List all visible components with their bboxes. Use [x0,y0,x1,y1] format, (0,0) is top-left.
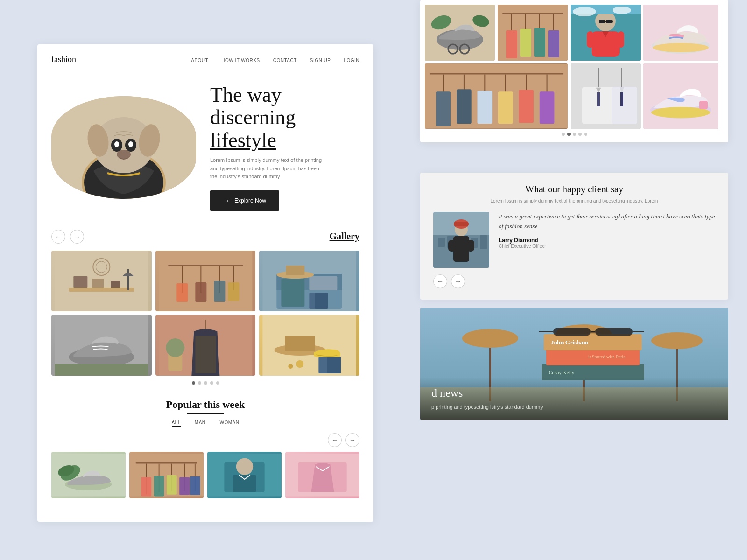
nav-contact[interactable]: CONTACT [273,58,297,63]
svg-rect-97 [618,31,624,48]
news-title: d news [431,387,717,399]
svg-rect-140 [448,240,456,252]
svg-point-146 [462,329,518,348]
svg-text:Cushy Kelly: Cushy Kelly [549,370,575,375]
svg-rect-124 [597,92,600,106]
popular-nav: ← → [51,433,359,447]
nav-about[interactable]: ABOUT [191,58,208,63]
popular-item-3 [207,452,282,498]
svg-rect-49 [285,336,315,351]
testimonial-body: It was a great experience to get their s… [433,212,715,268]
popular-section: Popular this week ALL MAN WOMAN ← → [37,385,374,503]
popular-title-underline [187,413,224,414]
svg-rect-114 [478,91,493,124]
explore-label: Explore Now [234,197,266,204]
testimonial-nav: ← → [433,274,715,288]
svg-rect-112 [457,89,472,124]
nav-login[interactable]: LOGIN [344,58,359,63]
grid-item-4 [643,5,718,61]
gallery-dot-3[interactable] [204,381,207,385]
arrow-icon: → [223,197,230,204]
tab-all[interactable]: ALL [172,420,181,427]
gallery-prev-button[interactable]: ← [51,230,65,244]
nav-signup[interactable]: SIGN UP [310,58,331,63]
gallery-item-2 [155,251,256,311]
popular-prev-button[interactable]: ← [328,433,342,447]
svg-rect-141 [467,240,474,252]
svg-rect-19 [159,251,252,311]
gallery-item-1 [51,251,152,311]
svg-rect-84 [502,13,563,14]
testimonial-prev-button[interactable]: ← [433,274,447,288]
top-image-grid [425,5,724,129]
svg-rect-156 [595,328,633,336]
svg-rect-126 [612,87,637,124]
grid-item-2 [498,5,568,61]
explore-button[interactable]: → Explore Now [210,190,279,211]
svg-rect-61 [141,477,151,496]
svg-rect-28 [228,282,239,301]
popular-grid [51,452,359,498]
grid-dot-1[interactable] [562,133,565,136]
svg-rect-51 [327,357,341,373]
svg-point-8 [114,141,119,147]
testimonial-image [433,212,489,268]
testimonial-card: What our happy client say Lorem Ipsum is… [420,173,728,300]
hero-title-line2: discerning [210,106,296,129]
hero-section: The way discerning lifestyle Lorem Ipsum… [37,75,374,225]
gallery-section: ← → Gallery [37,225,374,385]
news-overlay: d news p printing and typesetting istry'… [420,378,728,420]
nav-links: ABOUT HOW IT WORKS CONTACT SIGN UP LOGIN [191,56,359,64]
nav-how-it-works[interactable]: HOW IT WORKS [221,58,260,63]
svg-rect-63 [154,476,164,497]
grid-dot-4[interactable] [578,133,582,136]
gallery-dot-1[interactable] [192,381,195,385]
grid-item-1 [425,5,495,61]
top-grid-dots [425,129,724,138]
svg-rect-15 [111,281,120,288]
svg-rect-20 [168,265,243,266]
gallery-next-button[interactable]: → [70,230,84,244]
grid-dot-3[interactable] [573,133,576,136]
testimonial-heading: What our happy client say [433,184,715,195]
svg-rect-14 [92,279,104,288]
svg-rect-88 [520,29,531,57]
gallery-item-6 [259,315,359,376]
tab-woman[interactable]: WOMAN [220,420,240,427]
svg-rect-116 [498,91,513,124]
gallery-dot-5[interactable] [216,381,219,385]
hero-image [51,96,196,199]
svg-point-106 [653,43,709,52]
svg-rect-118 [519,90,534,123]
svg-rect-127 [620,92,623,106]
site-logo: fashion [51,55,76,64]
svg-rect-12 [69,288,134,292]
gallery-nav: ← → [51,230,84,244]
main-card: fashion ABOUT HOW IT WORKS CONTACT SIGN … [37,44,374,522]
grid-item-6 [571,63,641,129]
svg-rect-137 [480,235,487,249]
gallery-dot-2[interactable] [198,381,201,385]
svg-point-72 [236,458,253,475]
hero-description: Lorem Ipsum is simply dummy text of the … [210,156,322,181]
gallery-grid [51,251,359,376]
gallery-item-5 [155,315,256,376]
popular-next-button[interactable]: → [345,433,359,447]
grid-item-7 [643,63,718,129]
gallery-dots [51,376,359,385]
tab-man[interactable]: MAN [195,420,206,427]
gallery-dot-4[interactable] [210,381,213,385]
svg-rect-86 [506,30,517,58]
grid-item-5 [425,63,568,129]
grid-dot-5[interactable] [584,133,587,136]
svg-point-46 [166,338,184,357]
svg-point-103 [613,7,631,14]
popular-title: Popular this week [51,399,359,411]
grid-dot-2[interactable] [567,133,571,136]
navbar: fashion ABOUT HOW IT WORKS CONTACT SIGN … [37,44,374,75]
testimonial-text: It was a great experience to get their s… [499,212,715,249]
svg-rect-155 [553,328,591,336]
svg-rect-18 [127,269,129,290]
testimonial-next-button[interactable]: → [451,274,465,288]
svg-rect-59 [136,462,197,464]
